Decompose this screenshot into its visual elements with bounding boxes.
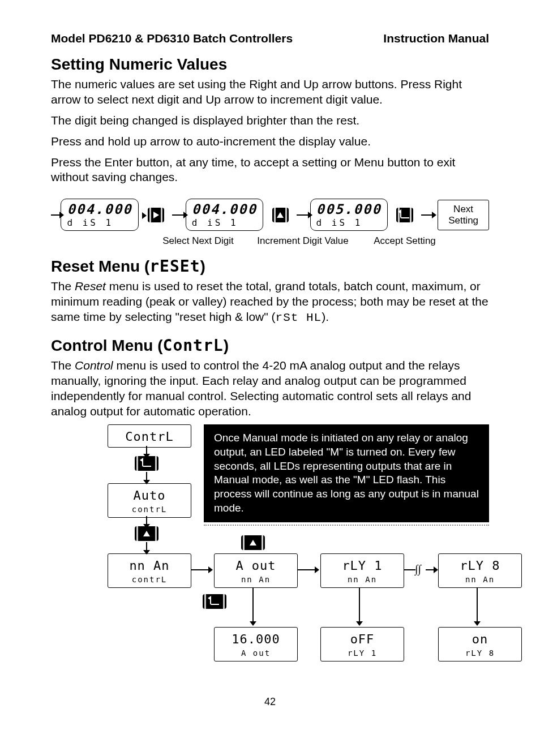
arrow-icon [191,569,208,570]
menu-box-man-control: nn An contrL [108,553,191,588]
section2-title-prefix: Reset Menu ( [51,257,149,275]
section3-text-italic: Control [75,359,113,372]
up-arrow-button-icon [241,535,265,550]
display-box-2-line1: 004.000 [192,203,257,216]
display-box-1: 004.000 d iS 1 [61,199,138,231]
menu-box-off: oFF rLY 1 [320,627,404,662]
menu-box-man-control-line1: nn An [113,559,186,573]
menu-box-16000-line1: 16.000 [219,632,293,646]
line [404,569,415,570]
menu-box-contrl-line1: ContrL [113,429,186,444]
section2-title-seg: rESEt [149,257,200,276]
arrow-icon [477,587,478,621]
section1-para4: Press the Enter button, at any time, to … [51,155,489,186]
menu-box-aout-line1: A out [219,559,293,573]
section3-para: The Control menu is used to control the … [51,358,489,419]
ellipsis-squiggle-icon: ∫∫ [415,562,421,575]
menu-box-rly1-line2: nn An [325,575,399,584]
label-accept-setting: Accept Setting [357,235,453,247]
menu-box-on-line1: on [443,632,517,646]
right-arrow-button-icon [148,208,164,222]
arrow-icon [146,446,147,454]
section2-text-seg: rSt HL [276,311,322,324]
arrow-icon [51,214,59,216]
enter-button-icon [203,594,226,609]
menu-box-auto: Auto contrL [108,483,191,518]
arrow-icon [297,214,308,216]
section1-title: Setting Numeric Values [51,55,489,74]
menu-box-rly8: rLY 8 nn An [438,553,522,588]
menu-box-off-line1: oFF [325,632,399,646]
menu-box-on-line2: rLY 8 [443,648,517,658]
arrow-icon [426,569,434,570]
arrow-icon [146,542,147,550]
label-increment-digit: Increment Digit Value [249,235,357,247]
up-arrow-button-icon [135,526,158,541]
menu-box-aout: A out nn An [214,553,298,588]
display-box-3-line1: 005.000 [316,203,382,216]
divider-dotted [204,525,489,526]
menu-box-aout-line2: nn An [219,575,293,584]
arrow-icon [172,214,183,216]
menu-box-rly8-line1: rLY 8 [443,559,517,573]
page-number: 42 [51,696,489,708]
section3-title-seg: ContrL [163,336,224,355]
up-arrow-button-icon [272,208,289,222]
section2-text-1: The [51,280,75,293]
section3-text-1: The [51,359,75,372]
section1-para2: The digit being changed is displayed bri… [51,113,489,128]
section1-para3: Press and hold up arrow to auto-incremen… [51,134,489,149]
next-setting-box: Next Setting [438,200,489,230]
section2-title: Reset Menu (rESEt) [51,257,489,276]
section2-text-3: ). [322,310,329,323]
control-flow-diagram: ContrL Once Manual mode is initiated on … [51,424,489,685]
menu-box-man-control-line2: contrL [113,575,186,584]
header-right: Instruction Manual [383,32,489,45]
display-box-3-line2: d iS 1 [316,217,382,228]
display-box-1-line1: 004.000 [67,203,132,216]
section1-para1: The numeric values are set using the Rig… [51,77,489,108]
section3-title: Control Menu (ContrL) [51,336,489,355]
enter-button-icon [135,456,158,471]
enter-button-icon [396,208,413,222]
display-box-2: 004.000 d iS 1 [186,199,263,231]
arrow-icon [252,587,254,621]
menu-box-rly1-line1: rLY 1 [325,559,399,573]
display-box-2-line2: d iS 1 [192,217,257,228]
section2-para: The Reset menu is used to reset the tota… [51,279,489,326]
display-box-3: 005.000 d iS 1 [310,199,388,231]
menu-box-16000: 16.000 A out [214,627,298,662]
section2-title-suffix: ) [200,257,205,275]
menu-box-contrl: ContrL [108,424,191,448]
menu-box-auto-line2: contrL [113,505,186,514]
arrow-icon [359,587,360,621]
arrow-icon [298,569,315,570]
menu-box-on: on rLY 8 [438,627,522,662]
section3-title-suffix: ) [224,337,229,354]
menu-box-rly1: rLY 1 nn An [320,553,404,588]
menu-box-rly8-line2: nn An [443,575,517,584]
callout-manual-mode: Once Manual mode is initiated on any rel… [204,424,489,522]
menu-box-off-line2: rLY 1 [325,648,399,658]
label-select-next-digit: Select Next Digit [147,235,249,247]
menu-box-auto-line1: Auto [113,488,186,502]
header-left: Model PD6210 & PD6310 Batch Controllers [51,32,293,45]
section3-text-2: menu is used to control the 4-20 mA anal… [51,359,471,418]
display-box-1-line2: d iS 1 [67,217,132,228]
arrow-icon [146,516,147,524]
numeric-flow-diagram: 004.000 d iS 1 004.000 d iS 1 005.000 d … [51,199,489,247]
section2-text-italic: Reset [75,280,106,293]
section3-title-prefix: Control Menu ( [51,337,163,354]
section2-text-2: menu is used to reset the total, grand t… [51,280,488,323]
menu-box-16000-line2: A out [219,648,293,658]
arrow-icon [421,214,432,216]
arrow-icon [146,472,147,480]
